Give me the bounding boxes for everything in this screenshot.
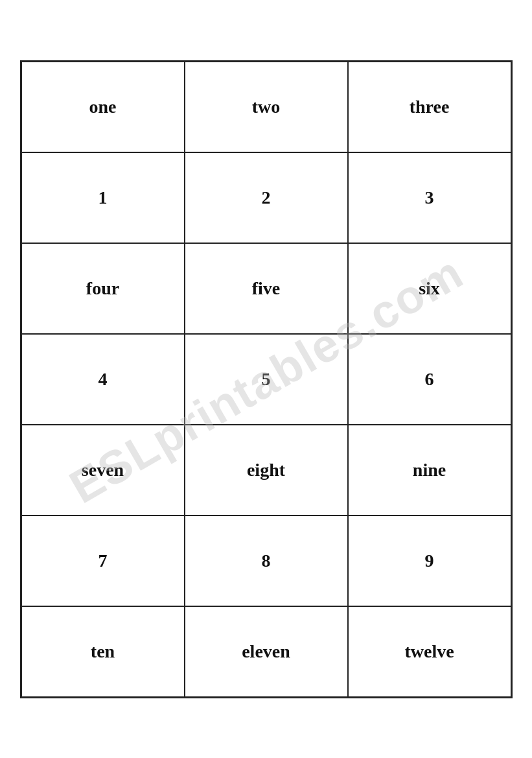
cell-six: six <box>348 243 511 334</box>
cell-nine: nine <box>348 425 511 515</box>
cell-7: 7 <box>21 515 185 606</box>
cell-seven: seven <box>21 425 185 515</box>
cell-three: three <box>348 62 511 152</box>
cell-twelve: twelve <box>348 606 511 697</box>
cell-two: two <box>185 62 348 152</box>
number-grid: onetwothree123fourfivesix456seveneightni… <box>20 60 513 698</box>
cell-2: 2 <box>185 152 348 243</box>
cell-one: one <box>21 62 185 152</box>
cell-eight: eight <box>185 425 348 515</box>
cell-9: 9 <box>348 515 511 606</box>
cell-five: five <box>185 243 348 334</box>
cell-4: 4 <box>21 334 185 425</box>
cell-3: 3 <box>348 152 511 243</box>
cell-8: 8 <box>185 515 348 606</box>
cell-6: 6 <box>348 334 511 425</box>
cell-eleven: eleven <box>185 606 348 697</box>
cell-ten: ten <box>21 606 185 697</box>
page: ESLprintables.com onetwothree123fourfive… <box>20 60 513 698</box>
cell-four: four <box>21 243 185 334</box>
cell-5: 5 <box>185 334 348 425</box>
cell-1: 1 <box>21 152 185 243</box>
